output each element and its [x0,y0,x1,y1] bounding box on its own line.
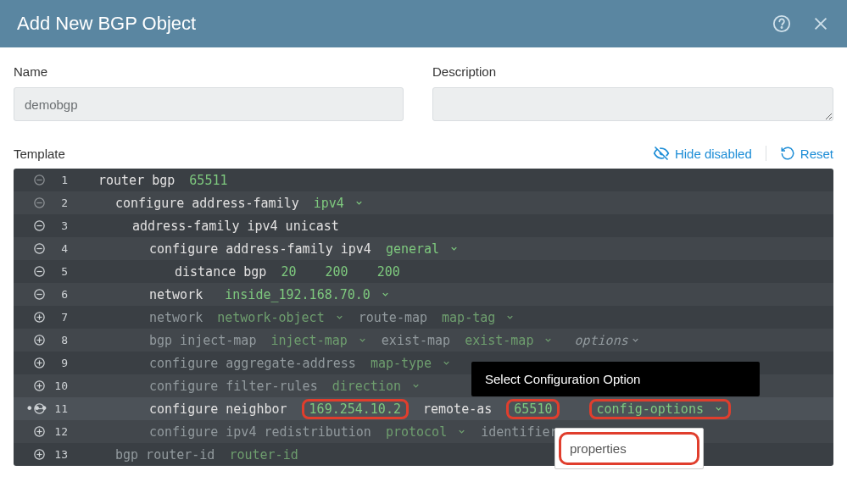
add-icon[interactable] [32,379,46,393]
line-number: 4 [53,242,68,255]
line-number: 13 [53,448,68,461]
popover-menu: properties [554,428,704,469]
collapse-icon[interactable] [32,219,46,233]
template-label: Template [14,147,65,161]
line-number: 5 [53,265,68,278]
line-number: 3 [53,219,68,232]
dropdown[interactable]: map-type [371,356,451,371]
editor-line[interactable]: 1router bgp 65511 [14,169,833,191]
dropdown[interactable]: network-object [217,310,343,325]
editor-line[interactable]: 7network network-object route-map map-ta… [14,306,833,329]
line-number: 8 [53,334,68,346]
dropdown[interactable]: options [575,333,640,348]
add-icon[interactable] [32,425,46,439]
reset-button[interactable]: Reset [780,146,833,161]
dropdown[interactable]: inject-map [270,333,366,348]
line-number: 1 [53,174,68,186]
add-icon[interactable] [32,311,46,324]
line-number: 9 [53,357,68,369]
editor-line[interactable]: 6network inside_192.168.70.0 [14,283,833,306]
reset-label: Reset [800,147,833,161]
editor-line[interactable]: 3address-family ipv4 unicast [14,214,833,237]
popover-title: Select Configuration Option [471,362,760,396]
line-number: 12 [53,425,68,438]
modal-actions [772,14,830,33]
dropdown[interactable]: protocol [386,424,466,440]
help-icon[interactable] [772,14,791,33]
collapse-icon[interactable] [32,197,46,210]
editor-line[interactable]: 4configure address-family ipv4 general [14,237,833,260]
more-icon[interactable]: ••• [25,401,47,417]
line-number: 2 [53,197,68,209]
editor-line[interactable]: 8bgp inject-map inject-map exist-map exi… [14,329,833,352]
line-number: 7 [53,311,68,324]
dropdown[interactable]: exist-map [465,333,553,348]
svg-point-1 [781,27,782,28]
dropdown[interactable]: ipv4 [314,196,364,211]
editor-line[interactable]: 5distance bgp 20 200 200 [14,260,833,283]
collapse-icon[interactable] [32,242,46,256]
divider [766,146,766,161]
line-number: 6 [53,288,68,301]
editor-line[interactable]: 12configure ipv4 redistribution protocol… [14,420,833,443]
dropdown[interactable]: direction [332,379,421,394]
editor-line[interactable]: •••11configure neighbor 169.254.10.2 rem… [14,397,833,420]
popover-item-properties[interactable]: properties [559,432,699,465]
close-icon[interactable] [811,14,830,33]
line-number: 11 [53,402,68,415]
name-input[interactable] [14,87,404,121]
collapse-icon[interactable] [32,288,46,302]
collapse-icon[interactable] [32,265,46,279]
description-input[interactable] [432,87,833,121]
hide-disabled-button[interactable]: Hide disabled [653,145,752,162]
add-icon[interactable] [32,334,46,347]
add-icon[interactable] [32,357,46,370]
name-label: Name [14,64,404,79]
line-number: 10 [53,379,68,392]
hide-disabled-label: Hide disabled [675,147,752,161]
dropdown[interactable]: general [386,241,459,257]
description-label: Description [432,64,833,79]
config-options-dropdown[interactable]: config-options [597,402,723,417]
code-editor[interactable]: 1router bgp 655112configure address-fami… [14,169,833,466]
editor-line[interactable]: 13bgp router-id router-id [14,443,833,466]
editor-line[interactable]: 2configure address-family ipv4 [14,191,833,214]
dropdown[interactable]: inside_192.168.70.0 [225,287,390,302]
dropdown[interactable]: map-tag [442,310,515,325]
add-icon[interactable] [32,448,46,462]
collapse-icon[interactable] [32,174,46,187]
modal-title: Add New BGP Object [17,13,196,35]
